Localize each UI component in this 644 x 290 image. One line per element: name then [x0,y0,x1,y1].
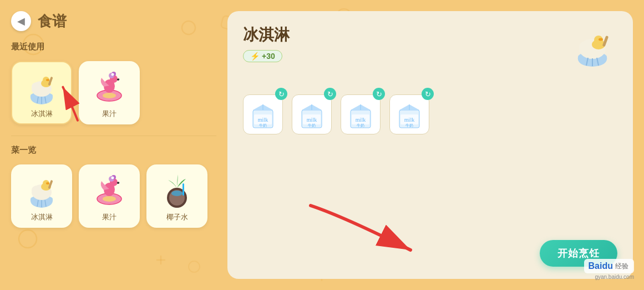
svg-text:milk: milk [356,117,366,123]
ingredient-box-3: milk 牛奶 [341,94,381,134]
detail-left: 冰淇淋 ⚡ +30 [243,24,290,62]
all-recipes-row: 冰淇淋 果汁 [11,164,216,228]
baidu-brand: Baidu [589,261,613,271]
svg-point-58 [579,41,594,52]
svg-point-46 [103,196,116,202]
svg-text:牛奶: 牛奶 [308,123,316,128]
svg-point-20 [32,82,43,91]
all-recipe-icecream[interactable]: 冰淇淋 [11,164,72,228]
all-recipe-coconut[interactable]: 椰子水 [146,164,207,228]
icecream-image [22,67,62,107]
all-icecream-label: 冰淇淋 [31,212,53,222]
svg-text:牛奶: 牛奶 [259,123,267,128]
watermark-suffix: 经验 [615,262,628,271]
svg-point-40 [46,182,49,184]
svg-point-23 [46,79,49,81]
refresh-icon-4[interactable]: ↻ [422,88,434,100]
svg-point-61 [599,38,603,41]
energy-icon: ⚡ [250,52,260,61]
detail-header: 冰淇淋 ⚡ +30 [243,24,617,69]
all-section-label: 菜一览 [11,145,216,156]
recent-recipe-juice[interactable]: 果汁 [79,61,140,124]
refresh-icon-2[interactable]: ↻ [324,88,336,100]
svg-point-34 [111,73,114,76]
watermark: Baidu 经验 gyan.baidu.com [584,259,634,280]
ingredients-row: ↻ milk 牛奶 [243,94,617,134]
recent-icecream-label: 冰淇淋 [31,109,53,119]
ingredient-3[interactable]: ↻ milk 牛奶 [341,94,381,134]
recent-juice-label: 果汁 [102,109,116,119]
svg-point-29 [103,93,116,98]
ingredient-box-4: milk 牛奶 [389,94,429,134]
page-title: 食谱 [38,12,67,31]
detail-food-image [567,24,617,69]
watermark-url: gyan.baidu.com [584,274,634,280]
all-coconut-label: 椰子水 [166,212,188,222]
recent-recipes-row: 冰淇淋 [11,61,216,124]
svg-point-37 [32,186,43,194]
svg-text:牛奶: 牛奶 [357,123,364,128]
all-icecream-image [22,170,62,210]
svg-point-51 [111,177,114,179]
section-divider [11,136,216,136]
detail-title: 冰淇淋 [243,24,290,46]
all-recipe-juice[interactable]: 果汁 [79,164,140,228]
back-button[interactable]: ◀ [11,11,31,31]
all-juice-image [89,170,129,210]
svg-point-55 [171,191,182,196]
recipe-detail-panel: 冰淇淋 ⚡ +30 [227,11,633,279]
svg-rect-54 [182,183,184,196]
svg-text:milk: milk [307,117,317,123]
all-juice-label: 果汁 [102,212,116,222]
juice-image [89,67,129,107]
refresh-icon-1[interactable]: ↻ [275,88,287,100]
ingredient-4[interactable]: ↻ milk 牛奶 [389,94,429,134]
svg-text:milk: milk [258,117,268,123]
energy-value: +30 [262,52,275,61]
refresh-icon-3[interactable]: ↻ [373,88,385,100]
all-coconut-image [157,170,197,210]
ingredient-box-2: milk 牛奶 [292,94,332,134]
ingredient-box-1: milk 牛奶 [243,94,283,134]
ingredient-2[interactable]: ↻ milk 牛奶 [292,94,332,134]
svg-text:牛奶: 牛奶 [405,123,413,128]
energy-badge: ⚡ +30 [243,50,282,62]
svg-text:milk: milk [404,117,414,123]
recent-section-label: 最近使用 [11,42,216,52]
ingredient-1[interactable]: ↻ milk 牛奶 [243,94,283,134]
recent-recipe-icecream[interactable]: 冰淇淋 [11,61,72,124]
page-header: ◀ 食谱 [11,11,216,31]
